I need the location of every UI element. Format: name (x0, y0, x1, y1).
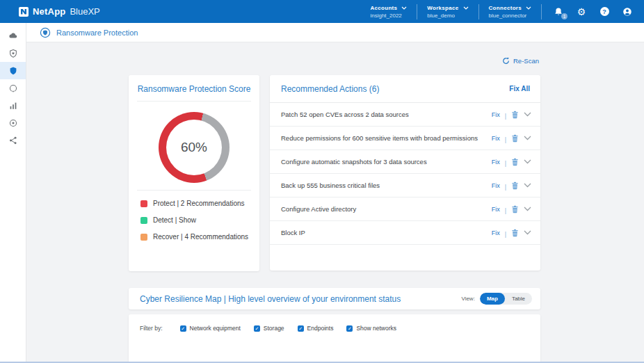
chevron-down-icon (524, 183, 531, 188)
chevron-down-icon (524, 159, 531, 164)
filter-by-label: Filter by: (140, 325, 163, 332)
service-header-bar: Ransomware Protection (26, 23, 644, 42)
delete-button[interactable] (511, 158, 519, 166)
fix-button[interactable]: Fix (492, 182, 500, 189)
fix-button[interactable]: Fix (492, 159, 500, 166)
delete-button[interactable] (511, 182, 519, 190)
chevron-down-icon (526, 6, 531, 10)
detect-legend-label[interactable]: Detect | Show (153, 216, 196, 224)
sidebar-item-extensions[interactable] (0, 131, 26, 149)
cyber-resilience-map-title: Cyber Resilience Map | High level overvi… (140, 294, 401, 304)
checkbox-checked-icon[interactable] (254, 325, 260, 332)
ransomware-protection-icon (40, 27, 51, 38)
filter-checkbox-label: Show networks (356, 325, 396, 332)
legend-item-recover: Recover | 4 Recommendations (140, 233, 259, 241)
fix-button[interactable]: Fix (492, 135, 500, 142)
delete-button[interactable] (511, 111, 519, 119)
filter-checkbox-item[interactable]: Endpoints (298, 325, 334, 332)
rescan-button[interactable]: Re-Scan (502, 57, 539, 65)
header-divider (541, 4, 542, 19)
expand-row-button[interactable] (524, 230, 531, 235)
rescan-icon (502, 57, 510, 65)
netapp-bluexp-logo[interactable]: NetApp BlueXP (19, 6, 100, 17)
action-row-controls: Fix (492, 108, 531, 121)
accounts-menu[interactable]: Accounts insight_2022 (360, 5, 417, 19)
delete-button[interactable] (511, 134, 519, 143)
view-option-table[interactable]: Table (505, 293, 532, 305)
protection-score-card: Ransomware Protection Score 60% Protect … (129, 75, 259, 271)
filter-checkbox-item[interactable]: Show networks (346, 325, 396, 332)
bluexp-app: NetApp BlueXP Accounts insight_2022 Work… (0, 0, 644, 363)
expand-row-button[interactable] (524, 159, 531, 164)
workspace-menu-value: blue_demo (427, 13, 455, 19)
view-option-map[interactable]: Map (480, 293, 505, 305)
user-menu-button[interactable] (622, 6, 633, 17)
sidebar-item-protection[interactable] (0, 62, 26, 79)
filter-checkbox-item[interactable]: Storage (254, 325, 284, 332)
cloud-icon (8, 31, 18, 41)
header-right-cluster: Accounts insight_2022 Workspace blue_dem… (360, 4, 633, 19)
filter-items: Network equipment Storage Endpoints Show… (180, 325, 396, 332)
action-row: Configure automatic snapshots for 3 data… (270, 150, 540, 174)
brand-name: NetApp (33, 6, 65, 17)
fix-button[interactable]: Fix (492, 111, 500, 118)
filter-checkbox-label: Network equipment (190, 325, 241, 332)
divider (505, 132, 506, 145)
cyber-resilience-map-header-card: Cyber Resilience Map | High level overvi… (129, 288, 540, 309)
workspace-menu[interactable]: Workspace blue_demo (417, 5, 478, 19)
action-row-controls: Fix (492, 179, 531, 192)
sidebar-item-analysis[interactable] (0, 97, 26, 114)
trash-icon (511, 111, 519, 119)
trash-icon (511, 205, 519, 213)
filter-row: Filter by: Network equipment Storage End… (140, 325, 529, 332)
view-toggle-cluster: View: Map Table (461, 293, 532, 305)
fix-all-button[interactable]: Fix All (509, 85, 530, 92)
protect-color-swatch (140, 200, 147, 207)
action-row-text: Configure automatic snapshots for 3 data… (281, 158, 427, 166)
sidebar-item-storage[interactable] (0, 27, 26, 45)
filter-checkbox-label: Storage (264, 325, 284, 332)
divider (505, 227, 506, 239)
help-button[interactable] (599, 6, 610, 17)
recover-color-swatch (140, 234, 147, 241)
action-row-controls: Fix (492, 203, 531, 216)
accounts-menu-label: Accounts (370, 5, 397, 11)
notifications-button[interactable]: 1 (553, 6, 564, 17)
expand-row-button[interactable] (524, 207, 531, 211)
checkbox-checked-icon[interactable] (346, 325, 353, 332)
delete-button[interactable] (511, 229, 519, 237)
filter-checkbox-item[interactable]: Network equipment (180, 325, 241, 332)
action-row-text: Back up 555 business critical files (281, 182, 380, 189)
sidebar-item-mobility[interactable] (0, 79, 26, 97)
top-header: NetApp BlueXP Accounts insight_2022 Work… (0, 0, 644, 23)
sidebar-item-control[interactable] (0, 114, 26, 131)
sidebar-item-health[interactable] (0, 45, 26, 62)
divider (505, 203, 506, 216)
score-donut-hole: 60% (166, 120, 222, 175)
trash-icon (511, 158, 519, 166)
connectors-menu-label: Connectors (489, 5, 522, 11)
shield-icon (8, 66, 18, 76)
legend-item-protect: Protect | 2 Recommendations (140, 200, 259, 207)
expand-row-button[interactable] (524, 183, 531, 188)
connectors-menu-value: blue_connector (489, 13, 527, 19)
fix-button[interactable]: Fix (492, 229, 500, 236)
share-icon (8, 136, 18, 145)
settings-button[interactable] (576, 6, 587, 17)
checkbox-checked-icon[interactable] (298, 325, 304, 332)
score-donut-chart: 60% (159, 112, 230, 183)
sync-icon (8, 83, 18, 93)
target-icon (8, 118, 18, 128)
trash-icon (511, 134, 519, 143)
fix-button[interactable]: Fix (492, 206, 500, 213)
divider (505, 108, 506, 121)
expand-row-button[interactable] (524, 136, 531, 140)
delete-button[interactable] (511, 205, 519, 213)
map-filter-card: Filter by: Network equipment Storage End… (129, 314, 540, 363)
connectors-menu[interactable]: Connectors blue_connector (479, 5, 541, 19)
legend-item-detect: Detect | Show (140, 216, 259, 224)
action-row-controls: Fix (492, 227, 531, 239)
expand-row-button[interactable] (524, 112, 531, 117)
checkbox-checked-icon[interactable] (180, 325, 186, 332)
recommended-actions-title: Recommended Actions (6) (281, 84, 379, 94)
